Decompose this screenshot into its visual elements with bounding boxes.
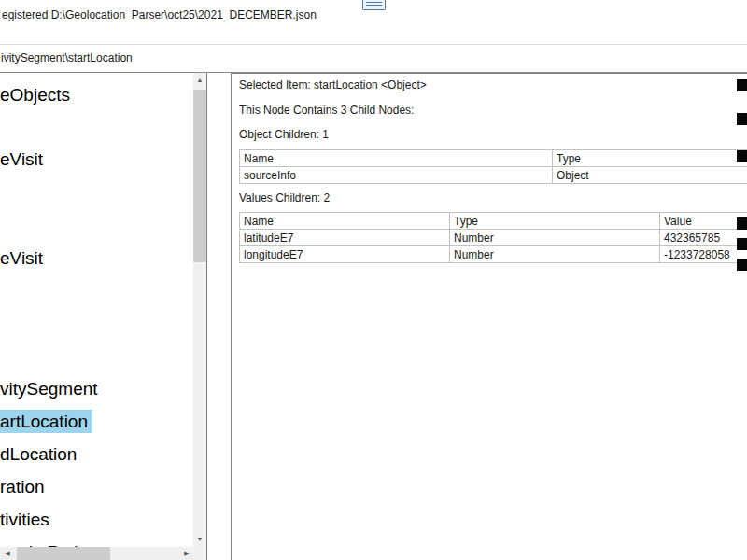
right-edge-mark [737, 79, 747, 91]
table-header-row: Name Type Value [240, 213, 747, 230]
tree-item-ration[interactable]: ration [0, 475, 45, 498]
right-edge-mark [737, 259, 747, 271]
selected-item-label: Selected Item: startLocation <Object> [239, 78, 747, 92]
window-icon-line [366, 2, 382, 3]
table-row[interactable]: latitudeE7 Number 432365785 [240, 230, 747, 246]
table-row[interactable]: sourceInfo Object [240, 167, 747, 184]
node-summary-label: This Node Contains 3 Child Nodes: [239, 104, 747, 118]
tree-item-artlocation-selected[interactable]: artLocation [0, 410, 92, 433]
app-window: egistered D:\Geolocation_Parser\oct25\20… [0, 0, 747, 560]
tree-item-vitysegment[interactable]: vitySegment [0, 377, 98, 400]
horizontal-scrollbar-thumb[interactable] [17, 547, 110, 560]
titlebar: egistered D:\Geolocation_Parser\oct25\20… [0, 0, 747, 45]
column-header-type[interactable]: Type [450, 213, 660, 230]
window-icon-line [366, 5, 382, 6]
details-panel: Selected Item: startLocation <Object> Th… [231, 73, 747, 560]
scroll-up-icon[interactable]: ▲ [193, 73, 206, 88]
table-row[interactable]: longitudeE7 Number -1233728058 [240, 246, 747, 263]
tree-horizontal-scrollbar[interactable]: ◀ ▶ [0, 547, 207, 560]
column-header-value[interactable]: Value [660, 213, 747, 230]
tree-item-eobjects[interactable]: eObjects [0, 83, 70, 106]
scroll-left-icon[interactable]: ◀ [0, 547, 15, 560]
tree-item-evisit-1[interactable]: eVisit [0, 147, 43, 171]
breadcrumb-bar: ivitySegment\startLocation [0, 45, 747, 73]
right-edge-mark [737, 150, 747, 162]
tree-panel: eObjects eVisit eVisit vitySegment artLo… [0, 73, 207, 560]
vertical-scrollbar-thumb[interactable] [193, 90, 206, 262]
cell-type: Object [553, 167, 747, 184]
cell-value: -1233728058 [660, 246, 747, 263]
cell-type: Number [450, 246, 660, 263]
cell-value: 432365785 [660, 230, 747, 246]
right-edge-mark [737, 238, 747, 250]
object-children-label: Object Children: 1 [239, 128, 747, 142]
column-header-name[interactable]: Name [240, 150, 553, 167]
values-children-table: Name Type Value latitudeE7 Number 432365… [239, 212, 747, 263]
cell-name: sourceInfo [240, 167, 553, 184]
cell-name: longitudeE7 [240, 246, 450, 263]
column-header-type[interactable]: Type [553, 150, 747, 167]
window-icon [362, 0, 386, 10]
tree-item-evisit-2[interactable]: eVisit [0, 246, 43, 270]
object-children-table: Name Type sourceInfo Object [239, 149, 747, 184]
cell-name: latitudeE7 [240, 230, 450, 246]
tree-item-dlocation[interactable]: dLocation [0, 442, 77, 466]
scroll-right-icon[interactable]: ▶ [179, 547, 194, 560]
scroll-down-icon[interactable]: ▼ [193, 532, 206, 547]
column-header-name[interactable]: Name [240, 213, 450, 230]
cell-type: Number [450, 230, 660, 246]
values-children-label: Values Children: 2 [239, 191, 747, 205]
right-edge-mark [737, 217, 747, 230]
tree-vertical-scrollbar[interactable]: ▲ ▼ [193, 73, 206, 547]
right-edge-mark [737, 113, 747, 125]
table-header-row: Name Type [240, 150, 747, 167]
titlebar-file-path: egistered D:\Geolocation_Parser\oct25\20… [2, 8, 317, 21]
breadcrumb: ivitySegment\startLocation [1, 51, 133, 64]
tree-item-tivities[interactable]: tivities [0, 508, 49, 531]
